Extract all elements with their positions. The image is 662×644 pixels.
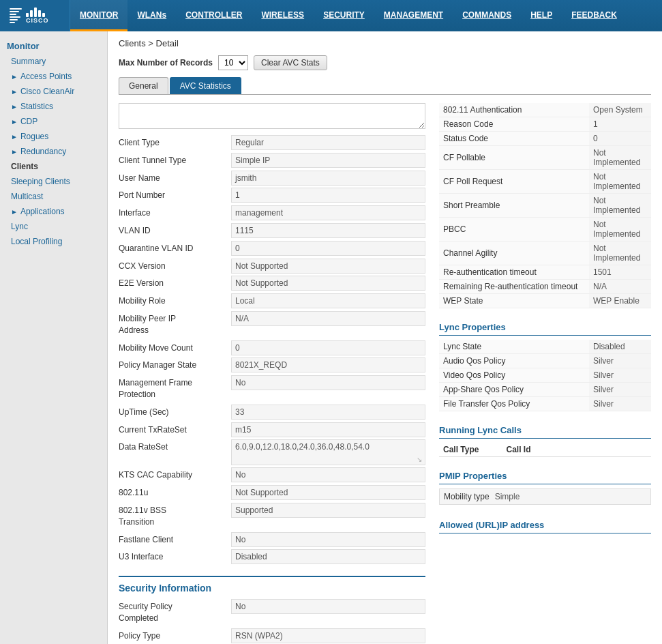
nav-help[interactable]: HELP — [521, 0, 562, 31]
table-row: CF Poll Request Not Implemented — [439, 170, 651, 194]
running-lync-columns: Call Type Call Id — [439, 443, 651, 457]
sidebar-item-access-points[interactable]: ►Access Points — [0, 69, 107, 84]
svg-rect-1 — [30, 10, 33, 17]
table-row: Audio Qos Policy Silver — [439, 354, 651, 368]
toolbar-row: Max Number of Records 10 25 50 Clear AVC… — [119, 55, 651, 70]
field-kts-cac: KTS CAC Capability No — [119, 467, 425, 483]
cisco-logo[interactable]: CISCO — [0, 0, 70, 31]
allowed-ip-header: Allowed (URL)IP address — [439, 514, 651, 533]
pmip-header: PMIP Properties — [439, 465, 651, 484]
table-row: Video Qos Policy Silver — [439, 368, 651, 383]
svg-text:CISCO: CISCO — [26, 17, 49, 23]
max-records-select[interactable]: 10 25 50 — [218, 55, 248, 70]
sidebar-item-lync[interactable]: Lync — [0, 219, 107, 234]
call-id-col: Call Id — [506, 445, 530, 454]
sidebar-item-rogues[interactable]: ►Rogues — [0, 129, 107, 144]
field-fastlane-client: Fastlane Client No — [119, 532, 425, 548]
pmip-row: Mobility type Simple — [439, 488, 651, 505]
field-vlan-id: VLAN ID 1115 — [119, 223, 425, 239]
field-current-txrateset: Current TxRateSet m15 — [119, 422, 425, 438]
nav-controller[interactable]: CONTROLLER — [176, 0, 252, 31]
sidebar-item-redundancy[interactable]: ►Redundancy — [0, 144, 107, 159]
sidebar-item-clients[interactable]: Clients — [0, 159, 107, 174]
field-client-type: Client Type Regular — [119, 135, 425, 151]
breadcrumb: Clients > Detail — [119, 38, 651, 48]
field-quarantine-vlan-id: Quarantine VLAN ID 0 — [119, 241, 425, 257]
detail-columns: Client Type Regular Client Tunnel Type S… — [119, 103, 651, 644]
call-type-col: Call Type — [443, 445, 479, 454]
sidebar-item-cisco-cleanair[interactable]: ►Cisco CleanAir — [0, 84, 107, 99]
lync-properties-table: Lync State Disabled Audio Qos Policy Sil… — [439, 340, 651, 411]
sidebar-section-monitor: Monitor — [0, 35, 107, 54]
field-mobility-peer-ip: Mobility Peer IPAddress N/A — [119, 311, 425, 338]
nav-security[interactable]: SECURITY — [314, 0, 374, 31]
field-ccx-version: CCX Version Not Supported — [119, 259, 425, 274]
table-row: App-Share Qos Policy Silver — [439, 383, 651, 397]
table-row: PBCC Not Implemented — [439, 218, 651, 241]
security-section-title: Security Information — [119, 583, 425, 594]
sidebar: Monitor Summary ►Access Points ►Cisco Cl… — [0, 31, 108, 644]
svg-rect-3 — [38, 10, 41, 17]
field-port-number: Port Number 1 — [119, 188, 425, 203]
field-mobility-role: Mobility Role Local — [119, 293, 425, 309]
table-row: Remaining Re-authentication timeout N/A — [439, 280, 651, 294]
nav-wlans[interactable]: WLANs — [127, 0, 176, 31]
sidebar-item-statistics[interactable]: ►Statistics — [0, 99, 107, 114]
sidebar-item-summary[interactable]: Summary — [0, 54, 107, 69]
content-area: Clients > Detail Max Number of Records 1… — [108, 31, 662, 644]
table-row: CF Pollable Not Implemented — [439, 146, 651, 170]
running-lync-header: Running Lync Calls — [439, 420, 651, 439]
nav-monitor[interactable]: MONITOR — [70, 0, 127, 31]
table-row: Re-authentication timeout 1501 — [439, 265, 651, 280]
nav-management[interactable]: MANAGEMENT — [374, 0, 453, 31]
field-mobility-move-count: Mobility Move Count 0 — [119, 340, 425, 356]
sidebar-item-multicast[interactable]: Multicast — [0, 189, 107, 204]
field-802-11u: 802.11u Not Supported — [119, 485, 425, 501]
nav-items: MONITOR WLANs CONTROLLER WIRELESS SECURI… — [70, 0, 627, 31]
field-802-11v-bss: 802.11v BSSTransition Supported — [119, 503, 425, 530]
table-row: Lync State Disabled — [439, 340, 651, 354]
table-row: WEP State WEP Enable — [439, 294, 651, 308]
table-row: Reason Code 1 — [439, 117, 651, 132]
sidebar-item-local-profiling[interactable]: Local Profiling — [0, 234, 107, 249]
top-textarea[interactable] — [119, 103, 425, 129]
tab-avc-statistics[interactable]: AVC Statistics — [170, 77, 241, 94]
sidebar-item-sleeping-clients[interactable]: Sleeping Clients — [0, 174, 107, 189]
field-interface: Interface management — [119, 205, 425, 221]
security-section: Security Information Security PolicyComp… — [119, 576, 425, 644]
nav-feedback[interactable]: FEEDBACK — [562, 0, 627, 31]
clear-avc-stats-button[interactable]: Clear AVC Stats — [254, 55, 327, 70]
field-user-name: User Name jsmith — [119, 171, 425, 186]
right-fields-table: 802.11 Authentication Open System Reason… — [439, 103, 651, 308]
field-management-frame-protection: Management FrameProtection No — [119, 375, 425, 402]
svg-rect-2 — [34, 8, 37, 17]
sidebar-item-applications[interactable]: ►Applications — [0, 204, 107, 219]
field-security-policy-completed: Security PolicyCompleted No — [119, 599, 425, 626]
lync-properties-header: Lync Properties — [439, 317, 651, 336]
nav-commands[interactable]: COMMANDS — [453, 0, 521, 31]
field-uptime: UpTime (Sec) 33 — [119, 405, 425, 420]
field-policy-manager-state: Policy Manager State 8021X_REQD — [119, 357, 425, 373]
field-e2e-version: E2E Version Not Supported — [119, 276, 425, 291]
right-column: 802.11 Authentication Open System Reason… — [439, 103, 651, 644]
sidebar-item-cdp[interactable]: ►CDP — [0, 114, 107, 129]
cisco-logo-text: CISCO — [26, 8, 60, 25]
field-u3-interface: U3 Interface Disabled — [119, 549, 425, 565]
top-navigation: CISCO MONITOR WLANs CONTROLLER WIRELESS … — [0, 0, 662, 31]
table-row: File Transfer Qos Policy Silver — [439, 397, 651, 411]
left-column: Client Type Regular Client Tunnel Type S… — [119, 103, 425, 644]
field-client-tunnel-type: Client Tunnel Type Simple IP — [119, 153, 425, 169]
table-row: Channel Agility Not Implemented — [439, 241, 651, 265]
nav-wireless[interactable]: WIRELESS — [252, 0, 314, 31]
table-row: Status Code 0 — [439, 132, 651, 146]
cisco-bars-icon — [10, 8, 22, 23]
main-layout: Monitor Summary ►Access Points ►Cisco Cl… — [0, 31, 662, 644]
table-row: Short Preamble Not Implemented — [439, 194, 651, 218]
table-row: 802.11 Authentication Open System — [439, 103, 651, 117]
pmip-value: Simple — [495, 492, 520, 501]
tabs-row: General AVC Statistics — [119, 77, 651, 95]
field-data-rateset: Data RateSet 6.0,9.0,12.0,18.0,24.0,36.0… — [119, 439, 425, 465]
max-records-label: Max Number of Records — [119, 58, 213, 68]
tab-general[interactable]: General — [119, 77, 168, 94]
pmip-label: Mobility type — [444, 492, 490, 501]
